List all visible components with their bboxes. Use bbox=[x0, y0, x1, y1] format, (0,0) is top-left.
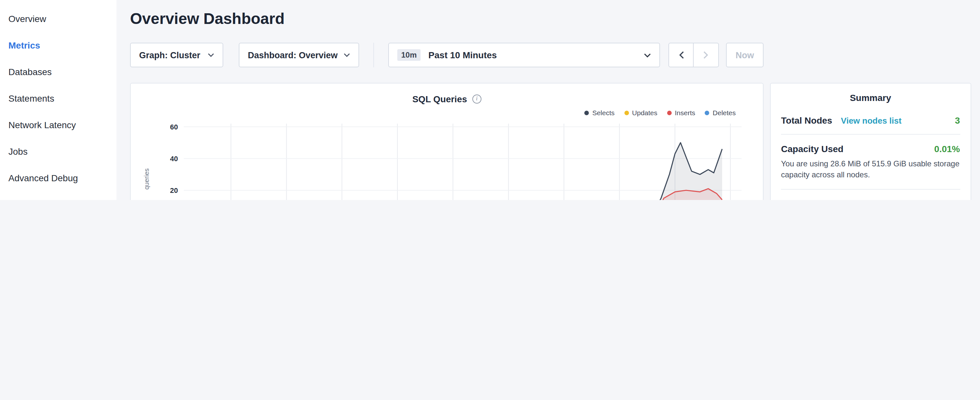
time-forward-button[interactable] bbox=[694, 43, 719, 67]
summary-value: 3 bbox=[955, 115, 960, 126]
sql-queries-panel: SQL Queries i SelectsUpdatesInsertsDelet… bbox=[130, 83, 764, 200]
summary-label: Capacity Used bbox=[781, 144, 843, 154]
now-button[interactable]: Now bbox=[726, 43, 764, 67]
sidebar-item-jobs[interactable]: Jobs bbox=[0, 138, 116, 164]
toolbar: Graph: Cluster Dashboard: Overview 10m P… bbox=[130, 43, 971, 67]
y-axis-label: queries bbox=[141, 118, 151, 200]
sidebar-item-overview[interactable]: Overview bbox=[0, 5, 116, 32]
charts-column: SQL Queries i SelectsUpdatesInsertsDelet… bbox=[130, 83, 764, 200]
legend-item: Updates bbox=[624, 109, 657, 116]
time-window-picker[interactable]: 10m Past 10 Minutes bbox=[388, 43, 660, 67]
summary-row-unavailable-ranges: Unavailable ranges 0 bbox=[781, 190, 960, 200]
summary-rows: Total Nodes View nodes list 3 Capacity U… bbox=[781, 105, 960, 200]
summary-row-capacity-used: Capacity Used 0.01% You are using 28.6 M… bbox=[781, 135, 960, 190]
chevron-down-icon bbox=[644, 53, 651, 57]
graph-scope-label: Graph: Cluster bbox=[139, 50, 200, 60]
admin-ui-root: Overview Metrics Databases Statements Ne… bbox=[0, 0, 980, 200]
toolbar-divider bbox=[373, 43, 374, 67]
summary-title: Summary bbox=[781, 92, 960, 103]
sidebar-item-network-latency[interactable]: Network Latency bbox=[0, 112, 116, 138]
sidebar-item-statements[interactable]: Statements bbox=[0, 85, 116, 112]
sidebar-item-metrics[interactable]: Metrics bbox=[0, 32, 116, 58]
chart-legend: SelectsUpdatesInsertsDeletes bbox=[141, 107, 752, 118]
sidebar-item-label: Network Latency bbox=[8, 120, 76, 130]
legend-item: Inserts bbox=[667, 109, 695, 116]
dashboard-grid: SQL Queries i SelectsUpdatesInsertsDelet… bbox=[130, 83, 971, 200]
dashboard-label: Dashboard: Overview bbox=[248, 50, 338, 60]
time-back-button[interactable] bbox=[668, 43, 694, 67]
sidebar-item-label: Databases bbox=[8, 66, 52, 77]
graph-scope-dropdown[interactable]: Graph: Cluster bbox=[130, 43, 223, 67]
summary-panel: Summary Total Nodes View nodes list 3 bbox=[770, 83, 971, 200]
sidebar-item-label: Overview bbox=[8, 13, 46, 24]
view-nodes-list-link[interactable]: View nodes list bbox=[841, 116, 901, 126]
svg-text:60: 60 bbox=[170, 123, 178, 131]
summary-label: Total Nodes bbox=[781, 115, 832, 126]
sidebar-item-advanced-debug[interactable]: Advanced Debug bbox=[0, 164, 116, 191]
chevron-left-icon bbox=[678, 51, 684, 59]
time-window-label: Past 10 Minutes bbox=[428, 50, 497, 60]
sidebar: Overview Metrics Databases Statements Ne… bbox=[0, 0, 116, 200]
now-button-label: Now bbox=[736, 50, 754, 60]
summary-description: You are using 28.6 MiB of 515.9 GiB usab… bbox=[781, 159, 960, 181]
chevron-right-icon bbox=[703, 51, 708, 59]
side-column: Summary Total Nodes View nodes list 3 bbox=[770, 83, 971, 200]
summary-label: Unavailable ranges bbox=[781, 199, 864, 200]
summary-row-total-nodes: Total Nodes View nodes list 3 bbox=[781, 105, 960, 135]
time-window-badge: 10m bbox=[397, 49, 421, 61]
info-icon[interactable]: i bbox=[473, 94, 481, 104]
sidebar-item-label: Metrics bbox=[8, 40, 40, 50]
legend-dot-icon bbox=[667, 110, 672, 115]
legend-dot-icon bbox=[705, 110, 710, 115]
chart-body: queries 020406016:3816:3916:4016:4116:42… bbox=[141, 118, 752, 200]
legend-dot-icon bbox=[624, 110, 629, 115]
sidebar-item-label: Statements bbox=[8, 93, 54, 103]
legend-item: Deletes bbox=[705, 109, 736, 116]
chart-title: SQL Queries bbox=[412, 94, 467, 104]
sidebar-item-databases[interactable]: Databases bbox=[0, 58, 116, 85]
main-content: Overview Dashboard Graph: Cluster Dashbo… bbox=[116, 0, 980, 200]
summary-value: 0.01% bbox=[934, 144, 960, 154]
summary-value: 0 bbox=[955, 199, 960, 200]
svg-text:40: 40 bbox=[170, 155, 178, 163]
svg-text:20: 20 bbox=[170, 186, 178, 194]
chevron-down-icon bbox=[344, 53, 350, 57]
legend-item: Selects bbox=[585, 109, 615, 116]
sidebar-item-label: Advanced Debug bbox=[8, 172, 78, 183]
sql-queries-chart: 020406016:3816:3916:4016:4116:4216:4316:… bbox=[151, 118, 752, 200]
page-title: Overview Dashboard bbox=[130, 9, 971, 29]
chart-title-row: SQL Queries i bbox=[141, 91, 752, 107]
legend-dot-icon bbox=[585, 110, 589, 115]
sidebar-item-label: Jobs bbox=[8, 146, 27, 156]
dashboard-dropdown[interactable]: Dashboard: Overview bbox=[239, 43, 359, 67]
chevron-down-icon bbox=[208, 53, 214, 57]
time-step-controls bbox=[668, 43, 719, 67]
